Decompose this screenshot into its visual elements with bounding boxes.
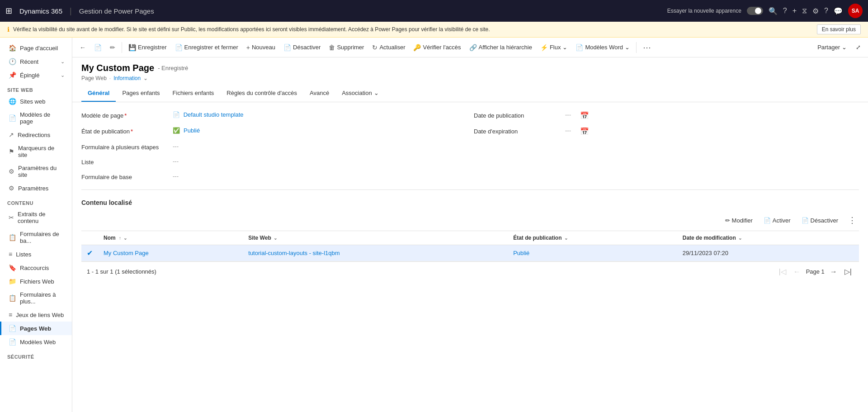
hierarchy-button[interactable]: 🔗 Afficher la hiérarchie (466, 42, 536, 53)
sidebar-item-web-templates[interactable]: 📄 Modèles Web (0, 335, 72, 349)
refresh-button[interactable]: ↻ Actualiser (368, 42, 409, 53)
sidebar-item-params[interactable]: ⚙ Paramètres (0, 181, 72, 195)
page-model-link[interactable]: Default studio template (184, 111, 244, 118)
tab-advanced[interactable]: Avancé (303, 85, 335, 102)
flux-button[interactable]: ⚡ Flux ⌄ (537, 42, 571, 53)
new-icon: + (246, 44, 250, 51)
web-pages-icon: 📄 (9, 325, 16, 332)
field-basic-form-label: Formulaire de base (81, 173, 167, 180)
share-button[interactable]: Partager ⌄ (814, 42, 850, 52)
page-view-icon: 📄 (94, 44, 102, 51)
table-row[interactable]: ✔ My Custom Page tutorial-custom-layouts… (81, 245, 859, 261)
more-options-button[interactable]: ⋯ (639, 41, 655, 54)
command-bar: ← 📄 ✏ 💾 Enregistrer 📄 Enregistrer et fer… (72, 38, 868, 57)
save-button[interactable]: 💾 Enregistrer (125, 42, 170, 53)
pub-state-link[interactable]: Publié (184, 127, 200, 134)
exp-date-calendar-icon[interactable]: 📅 (580, 127, 589, 136)
last-page-button[interactable]: ▷| (843, 266, 854, 277)
plus-icon[interactable]: + (793, 7, 797, 15)
search-icon[interactable]: 🔍 (769, 7, 778, 15)
first-page-button[interactable]: |◁ (777, 266, 788, 277)
site-web-chevron-icon: ⌄ (274, 236, 277, 241)
grid-more-button[interactable]: ⋮ (845, 213, 859, 227)
modify-button[interactable]: ✏ Modifier (722, 215, 756, 226)
field-list-value: --- (173, 158, 179, 165)
row-name-link[interactable]: My Custom Page (104, 250, 149, 256)
sidebar-item-lists[interactable]: ≡ Listes (0, 247, 72, 261)
pub-date-calendar-icon[interactable]: 📅 (580, 111, 589, 120)
breadcrumb: Page Web · Information ⌄ (81, 75, 859, 81)
row-site-web-link[interactable]: tutorial-custom-layouts - site-l1qbm (248, 250, 340, 256)
col-name[interactable]: Nom ↑ ⌄ (98, 231, 243, 245)
sidebar-item-site-params[interactable]: ⚙ Paramètres du site (0, 161, 72, 181)
deactivate-button[interactable]: 📄 Désactiver (280, 42, 324, 53)
filter-icon[interactable]: ⧖ (802, 7, 807, 15)
cmd-sep-2 (636, 42, 637, 53)
pagination: 1 - 1 sur 1 (1 sélectionnés) |◁ ← Page 1… (81, 261, 859, 281)
help-circle-icon[interactable]: ? (783, 7, 787, 15)
sidebar-item-web-pages[interactable]: 📄 Pages Web (0, 322, 72, 335)
col-mod-date[interactable]: Date de modification ⌄ (677, 231, 859, 245)
new-appearance-toggle[interactable] (747, 7, 763, 15)
tab-association[interactable]: Association ⌄ (335, 85, 385, 102)
row-pub-state-link[interactable]: Publié (513, 250, 529, 256)
expand-icon: ⤢ (856, 44, 861, 51)
mod-date-chevron-icon: ⌄ (738, 236, 742, 241)
col-pub-state[interactable]: État de publication ⌄ (508, 231, 677, 245)
sidebar-item-home[interactable]: 🏠 Page d'accueil (0, 41, 72, 55)
form-row-5: Formulaire de base --- (81, 173, 859, 180)
col-site-web[interactable]: Site Web ⌄ (243, 231, 508, 245)
tab-access-rules[interactable]: Règles du contrôle d'accès (220, 85, 303, 102)
field-pub-state-label: État de publication* (81, 127, 167, 135)
waffle-icon[interactable]: ⊞ (5, 6, 12, 16)
delete-button[interactable]: 🗑 Supprimer (325, 42, 368, 53)
breadcrumb-chevron-icon[interactable]: ⌄ (143, 75, 148, 81)
sidebar-item-pinned[interactable]: 📌 Épinglé ⌄ (0, 68, 72, 82)
word-models-button[interactable]: 📄 Modèles Word ⌄ (572, 42, 633, 53)
row-pub-state[interactable]: Publié (508, 245, 677, 261)
sidebar-item-web-files[interactable]: 📁 Fichiers Web (0, 275, 72, 288)
page-view-button[interactable]: 📄 (90, 42, 105, 53)
chat-icon[interactable]: 💬 (834, 7, 843, 15)
top-nav: ⊞ Dynamics 365 | Gestion de Power Pages … (0, 0, 868, 22)
tab-child-pages[interactable]: Pages enfants (116, 85, 166, 102)
verify-icon: 🔑 (413, 44, 421, 51)
grid-deactivate-button[interactable]: 📄 Désactiver (798, 215, 842, 226)
new-button[interactable]: + Nouveau (243, 42, 279, 53)
sidebar-item-page-models[interactable]: 📄 Modèles de page (0, 108, 72, 128)
sidebar-item-basic-forms[interactable]: 📋 Formulaires de ba... (0, 227, 72, 247)
sidebar-item-sites-web[interactable]: 🌐 Sites web (0, 95, 72, 108)
avatar[interactable]: SA (848, 4, 863, 18)
sidebar-redirections-label: Redirections (18, 132, 50, 138)
tab-general[interactable]: Général (81, 85, 116, 102)
sidebar-item-shortcuts[interactable]: 🔖 Raccourcis (0, 261, 72, 275)
back-button[interactable]: ← (76, 42, 90, 53)
tab-child-files[interactable]: Fichiers enfants (166, 85, 221, 102)
en-savoir-button[interactable]: En savoir plus (817, 24, 861, 34)
row-site-web[interactable]: tutorial-custom-layouts - site-l1qbm (243, 245, 508, 261)
sidebar-item-adv-forms[interactable]: 📋 Formulaires à plus... (0, 288, 72, 308)
activate-button[interactable]: 📄 Activer (760, 215, 794, 226)
sidebar-item-content-snippets[interactable]: ✂ Extraits de contenu (0, 208, 72, 227)
sidebar-item-web-link-sets[interactable]: ≡ Jeux de liens Web (0, 308, 72, 322)
row-checkbox[interactable]: ✔ (81, 245, 98, 261)
hierarchy-icon: 🔗 (469, 44, 477, 51)
sidebar-item-redirections[interactable]: ↗ Redirections (0, 128, 72, 142)
verify-access-button[interactable]: 🔑 Vérifier l'accès (410, 42, 464, 53)
sidebar-item-site-markers[interactable]: ⚑ Marqueurs de site (0, 142, 72, 161)
help-icon[interactable]: ? (824, 7, 828, 15)
try-new-label: Essayer la nouvelle apparence (667, 8, 741, 14)
sidebar-item-recent[interactable]: 🕐 Récent ⌄ (0, 55, 72, 68)
field-pub-state-value: ✅ Publié (173, 127, 200, 134)
expand-button[interactable]: ⤢ (852, 42, 864, 52)
settings-icon[interactable]: ⚙ (812, 7, 819, 15)
warning-text: Vérifiez la visibilité du site avant de … (13, 26, 490, 33)
sidebar: 🏠 Page d'accueil 🕐 Récent ⌄ 📌 Épinglé ⌄ … (0, 38, 72, 412)
save-close-button[interactable]: 📄 Enregistrer et fermer (171, 42, 242, 53)
field-exp-date-value: --- (565, 127, 571, 134)
edit-form-button[interactable]: ✏ (106, 42, 119, 53)
breadcrumb-section-link[interactable]: Information (113, 75, 141, 81)
row-name[interactable]: My Custom Page (98, 245, 243, 261)
prev-page-button[interactable]: ← (792, 267, 802, 277)
next-page-button[interactable]: → (828, 267, 839, 277)
